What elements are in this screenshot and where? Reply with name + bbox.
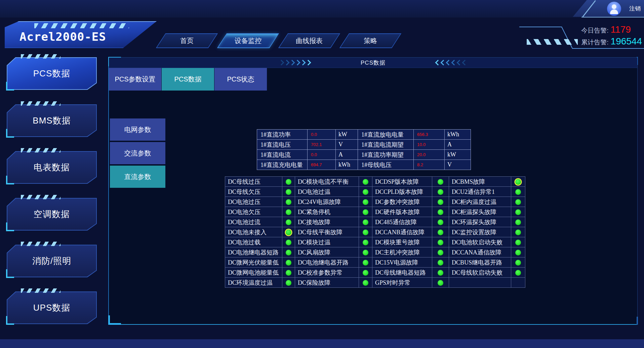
status-indicator-cell	[282, 217, 295, 227]
status-led-icon	[363, 179, 368, 185]
sidebar-item-label: 电表数据	[7, 151, 97, 184]
status-label: DC电池软启动失败	[449, 237, 511, 247]
status-indicator-cell	[359, 187, 372, 197]
status-label: DC电池过温	[295, 187, 359, 197]
status-indicator-cell	[359, 268, 372, 278]
logout-button[interactable]: 注销	[629, 0, 641, 18]
status-led-icon	[286, 260, 291, 266]
status-label: DCCANA通信故障	[449, 247, 511, 257]
status-label: DC柜内温度过温	[449, 197, 511, 207]
status-label: DC柜温探头故障	[449, 207, 511, 217]
status-indicator-cell	[432, 278, 449, 288]
tab-3[interactable]: PCS状态	[214, 68, 267, 91]
sidebar-item-label: 空调数据	[7, 198, 97, 231]
param-label: 1#直流电流	[257, 150, 308, 160]
status-led-icon	[363, 219, 368, 225]
status-led-icon	[438, 270, 443, 276]
chevron-icon	[306, 60, 311, 66]
status-led-icon	[363, 280, 368, 286]
status-indicator-cell	[432, 268, 449, 278]
sidebar-item-6[interactable]: UPS数据	[7, 291, 97, 324]
subtab-2[interactable]: 交流参数	[110, 142, 165, 164]
app-root: 注销 Acrel2000-ES 首页设备监控曲线报表策略 今日告警:1179 累…	[0, 0, 644, 348]
status-indicator-cell	[282, 227, 295, 237]
status-label: DCBUS继电器开路	[449, 257, 511, 268]
dc-parameter-table: 1#直流功率0.0kW1#直流放电电量656.3kWh1#直流电压702.1V1…	[257, 129, 471, 170]
status-label: DC母线欠压	[225, 187, 282, 197]
status-row: DC电池过载DC模块过温DC模块重号故障DC电池软启动失败	[225, 237, 525, 247]
status-indicator-cell	[282, 278, 295, 288]
sidebar-item-4[interactable]: 空调数据	[7, 198, 97, 231]
sidebar-item-5[interactable]: 消防/照明	[7, 245, 97, 277]
status-led-icon	[286, 270, 291, 276]
corner-accent	[637, 317, 638, 325]
status-row: DC微网电池能量低DC校准参数异常DC母线继电器短路DC母线软启动失败	[225, 268, 525, 278]
status-label: DC485通信故障	[372, 217, 432, 227]
status-label	[449, 278, 511, 288]
status-label: DCDSP版本故障	[372, 177, 432, 187]
status-row: DC母线欠压DC电池过温DCCPLD版本故障DCU2通信异常1	[225, 187, 525, 197]
status-led-icon	[438, 179, 443, 185]
status-label: DC电池未接入	[225, 227, 282, 237]
alarm-today-value: 1179	[611, 24, 631, 35]
panel-title-bar: PCS数据	[109, 58, 637, 68]
status-led-icon	[286, 250, 291, 255]
status-led-icon	[515, 209, 521, 215]
nav-tab-3[interactable]: 曲线报表	[278, 33, 340, 48]
status-indicator-cell	[282, 257, 295, 268]
status-led-icon	[286, 240, 291, 245]
chevron-icon	[300, 60, 306, 66]
sidebar-item-label: BMS数据	[7, 104, 97, 137]
status-label: DC电池过压	[225, 197, 282, 207]
subtab-1[interactable]: 电网参数	[110, 118, 165, 141]
status-indicator-cell	[511, 217, 525, 227]
nav-tab-2[interactable]: 设备监控	[217, 33, 279, 48]
hazard-stripes-icon	[527, 39, 578, 45]
status-indicator-cell	[282, 197, 295, 207]
param-unit: V	[336, 140, 358, 150]
nav-tab-1[interactable]: 首页	[156, 33, 218, 48]
status-label: DC电池继电器开路	[295, 257, 359, 268]
tab-2[interactable]: PCS数据	[162, 68, 214, 91]
status-row: DC电池过压DC24V电源故障DC参数冲突故障DC柜内温度过温	[225, 197, 525, 207]
param-subtab-bar: 电网参数交流参数直流参数	[110, 118, 165, 189]
alarm-total-row: 累计告警:196544	[581, 35, 642, 47]
status-indicator-cell	[282, 177, 295, 187]
alarm-total-value: 196544	[611, 36, 642, 46]
subtab-3[interactable]: 直流参数	[110, 166, 165, 188]
chevrons-right-icon	[279, 61, 310, 65]
status-label: DC15V电源故障	[372, 257, 432, 268]
tab-1[interactable]: PCS参数设置	[109, 68, 162, 91]
status-label: DCU2通信异常1	[449, 187, 511, 197]
status-indicator-cell	[511, 197, 525, 207]
status-indicator-cell	[282, 207, 295, 217]
hazard-stripes-icon	[34, 23, 129, 28]
status-indicator-cell	[359, 207, 372, 217]
status-label: GPS对时异常	[372, 278, 432, 288]
sidebar-item-1[interactable]: PCS数据	[7, 57, 97, 90]
chevron-icon	[451, 60, 457, 66]
status-indicator-cell	[511, 257, 525, 268]
status-led-icon	[515, 270, 521, 276]
status-indicator-cell	[359, 227, 372, 237]
sidebar-item-2[interactable]: BMS数据	[7, 104, 97, 137]
param-unit: kW	[336, 130, 358, 140]
sidebar-item-3[interactable]: 电表数据	[7, 151, 97, 184]
status-label: DC微网光伏能量低	[225, 257, 282, 268]
status-indicator-cell	[432, 217, 449, 227]
param-value: 694.7	[308, 160, 336, 170]
param-row: 1#直流功率0.0kW1#直流放电电量656.3kWh	[257, 130, 471, 140]
status-led-icon	[438, 219, 443, 225]
param-value: 0.0	[308, 130, 336, 140]
nav-tab-4[interactable]: 策略	[339, 33, 402, 48]
status-led-icon	[363, 260, 368, 266]
chevron-icon	[446, 60, 451, 66]
top-bar: 注销	[0, 0, 644, 18]
status-indicator-cell	[282, 187, 295, 197]
status-label: DC电池欠压	[225, 207, 282, 217]
user-avatar-icon[interactable]	[607, 2, 621, 16]
param-value: 10.0	[414, 140, 445, 150]
status-indicator-cell	[511, 187, 525, 197]
status-indicator-cell	[432, 197, 449, 207]
status-label: DC母线平衡故障	[295, 227, 359, 237]
